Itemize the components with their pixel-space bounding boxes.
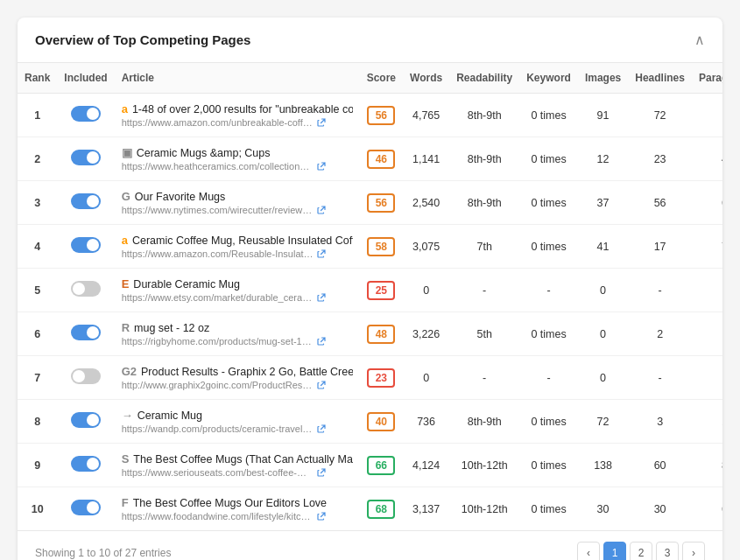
cell-included — [57, 181, 114, 225]
article-url: https://www.amazon.com/Reusable-Insulate… — [122, 248, 353, 259]
article-title: Durable Ceramic Mug — [133, 278, 240, 290]
include-toggle[interactable] — [71, 456, 101, 472]
cell-headlines: 17 — [628, 225, 692, 269]
cell-readability: 8th-9th — [449, 181, 519, 225]
site-icon: → — [122, 409, 133, 422]
article-url: https://www.etsy.com/market/durable_cera… — [122, 292, 353, 303]
cell-headlines: 30 — [628, 487, 692, 531]
table-header-row: Rank Included Article Score Words Readab… — [18, 63, 722, 94]
cell-paragraphs: - — [692, 269, 722, 312]
col-images: Images — [578, 63, 628, 94]
cell-readability: 10th-12th — [449, 444, 519, 487]
col-readability: Readability — [449, 63, 519, 94]
external-link-icon[interactable] — [317, 468, 326, 477]
cell-article: SThe Best Coffee Mugs (That Can Actually… — [115, 444, 360, 487]
cell-article: EDurable Ceramic Mughttps://www.etsy.com… — [115, 269, 360, 312]
cell-words: 0 — [403, 269, 449, 312]
cell-images: 91 — [578, 94, 628, 137]
score-badge: 48 — [367, 325, 395, 344]
external-link-icon[interactable] — [317, 337, 326, 346]
cell-readability: 7th — [449, 225, 519, 269]
external-link-icon[interactable] — [317, 249, 326, 258]
include-toggle[interactable] — [71, 500, 101, 515]
cell-readability: 5th — [449, 312, 519, 356]
pagination-prev[interactable]: ‹ — [577, 542, 600, 560]
cell-rank: 1 — [18, 94, 57, 137]
include-toggle[interactable] — [71, 150, 101, 165]
table-row: 10FThe Best Coffee Mugs Our Editors Love… — [18, 487, 722, 531]
footer-showing: Showing 1 to 10 of 27 entries — [35, 547, 171, 559]
site-icon: E — [122, 277, 130, 290]
cell-paragraphs: 47 — [692, 137, 722, 181]
article-url: https://wandp.com/products/ceramic-trave… — [122, 424, 353, 434]
cell-article: →Ceramic Mughttps://wandp.com/products/c… — [115, 400, 360, 444]
external-link-icon[interactable] — [317, 424, 326, 433]
include-toggle[interactable] — [71, 368, 101, 384]
collapse-icon[interactable]: ∧ — [694, 32, 705, 48]
table-body: 1a1-48 of over 2,000 results for "unbrea… — [18, 94, 722, 531]
article-name: →Ceramic Mug — [122, 409, 353, 422]
table-row: 3GOur Favorite Mugshttps://www.nytimes.c… — [18, 181, 722, 225]
include-toggle[interactable] — [71, 237, 101, 253]
cell-headlines: 23 — [628, 137, 692, 181]
pagination-next[interactable]: › — [682, 542, 705, 560]
include-toggle[interactable] — [71, 281, 101, 297]
external-link-icon[interactable] — [317, 293, 326, 302]
site-icon: G2 — [122, 365, 137, 378]
article-title: Ceramic Mug — [137, 410, 202, 422]
cell-headlines: - — [628, 269, 692, 312]
cell-words: 2,540 — [403, 181, 449, 225]
site-icon: a — [122, 102, 128, 116]
cell-words: 4,124 — [403, 444, 449, 487]
col-article: Article — [115, 63, 360, 94]
cell-words: 3,075 — [403, 225, 449, 269]
cell-readability: 8th-9th — [449, 137, 519, 181]
cell-rank: 5 — [18, 269, 57, 312]
cell-keyword: - — [519, 269, 578, 312]
external-link-icon[interactable] — [317, 118, 326, 127]
col-keyword: Keyword — [519, 63, 578, 94]
cell-images: 72 — [578, 400, 628, 444]
cell-keyword: - — [519, 356, 578, 400]
include-toggle[interactable] — [71, 325, 101, 340]
table-row: 5EDurable Ceramic Mughttps://www.etsy.co… — [18, 269, 722, 312]
cell-rank: 8 — [18, 400, 57, 444]
cell-included — [57, 444, 114, 487]
external-link-icon[interactable] — [317, 162, 326, 171]
cell-score: 46 — [360, 137, 403, 181]
score-badge: 56 — [367, 106, 395, 125]
cell-included — [57, 400, 114, 444]
cell-readability: 8th-9th — [449, 400, 519, 444]
site-icon: ▣ — [122, 146, 132, 159]
article-title: mug set - 12 oz — [134, 322, 209, 334]
cell-article: aCeramic Coffee Mug, Reusable Insulated … — [115, 225, 360, 269]
pagination-page-3[interactable]: 3 — [656, 542, 679, 560]
cell-paragraphs: 62 — [692, 181, 722, 225]
include-toggle[interactable] — [71, 106, 101, 122]
external-link-icon[interactable] — [317, 381, 326, 389]
pagination-page-2[interactable]: 2 — [630, 542, 652, 560]
card-footer: Showing 1 to 10 of 27 entries ‹ 1 2 3 › — [18, 530, 722, 560]
cell-keyword: 0 times — [519, 137, 578, 181]
cell-article: GOur Favorite Mugshttps://www.nytimes.co… — [115, 181, 360, 225]
cell-score: 48 — [360, 312, 403, 356]
cell-included — [57, 94, 114, 137]
article-title: Ceramic Mugs &amp; Cups — [137, 147, 271, 159]
cell-paragraphs: - — [692, 356, 722, 400]
include-toggle[interactable] — [71, 412, 101, 428]
cell-images: 37 — [578, 181, 628, 225]
cell-images: 138 — [578, 444, 628, 487]
cell-score: 56 — [360, 94, 403, 137]
cell-words: 1,141 — [403, 137, 449, 181]
external-link-icon[interactable] — [317, 206, 326, 214]
site-icon: F — [122, 496, 129, 509]
external-link-icon[interactable] — [317, 512, 326, 521]
site-icon: R — [122, 321, 130, 334]
article-url: https://www.heathceramics.com/collection… — [122, 161, 353, 172]
table-row: 8→Ceramic Mughttps://wandp.com/products/… — [18, 400, 722, 444]
cell-score: 66 — [360, 444, 403, 487]
pagination-page-1[interactable]: 1 — [603, 542, 626, 560]
article-url: http://www.graphix2goinc.com/ProductResu… — [122, 380, 353, 390]
cell-paragraphs: 71 — [692, 225, 722, 269]
include-toggle[interactable] — [71, 193, 101, 209]
